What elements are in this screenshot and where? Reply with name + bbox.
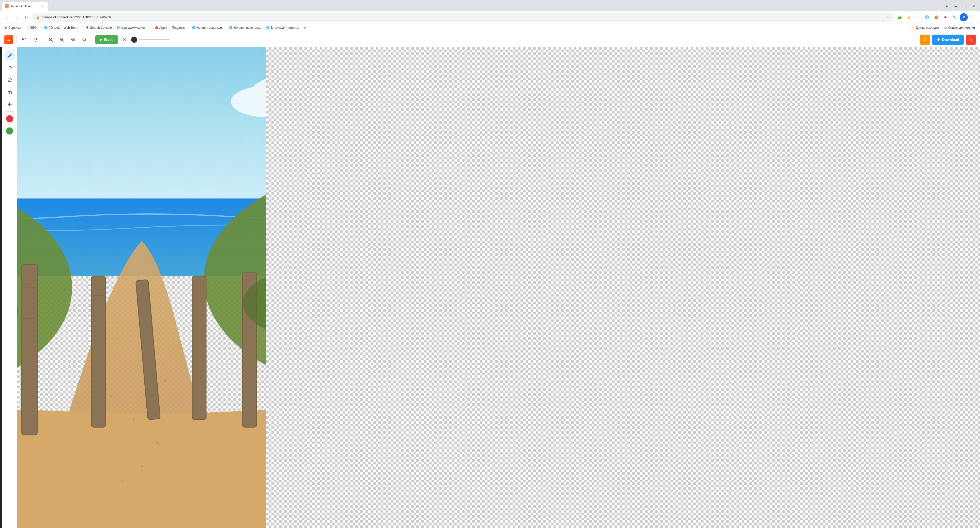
bookmark-search-console[interactable]: 📌 Search Console <box>83 25 114 30</box>
red-color-swatch <box>6 115 13 122</box>
nav-right-buttons: 🧩 ⭐ 🌐 🍪 ⏺ 🔧 P <box>896 13 977 21</box>
close-app-button[interactable]: ✕ <box>966 35 976 45</box>
cancel-erase-button[interactable]: ✕ <box>120 35 129 44</box>
svg-marker-21 <box>8 78 11 81</box>
zoom-100-button[interactable]: 1:1 <box>80 35 89 44</box>
tab-close-button[interactable]: ✕ <box>41 4 45 8</box>
left-edge-bar <box>0 47 2 528</box>
svg-rect-42 <box>192 276 206 420</box>
bookmark-label: Другие закладки <box>916 26 939 30</box>
zoom-out-button[interactable] <box>57 35 67 44</box>
bookmark-seo[interactable]: 📄 SEO <box>24 25 39 30</box>
terms2-icon: 🌐 <box>229 26 232 29</box>
bookmarks-bar: ⊞ Сервисы 📄 SEO 🌐 PO tools – Web Too... … <box>0 23 980 32</box>
extension2-button[interactable]: 🔧 <box>951 13 959 21</box>
bookmark-terms1[interactable]: 🌐 Условия использо... <box>190 25 226 30</box>
sc-icon: 📌 <box>85 26 89 29</box>
record-button[interactable]: ⏺ <box>941 13 950 21</box>
bookmark-po-tools[interactable]: 🌐 PO tools – Web Too... <box>42 25 80 30</box>
terms1-icon: 🌐 <box>192 26 196 29</box>
softor-icon: 🌐 <box>116 26 120 29</box>
bookmark-more[interactable]: » <box>302 25 308 30</box>
polygon-tool-button[interactable] <box>5 75 15 85</box>
download-label: Download <box>942 38 959 42</box>
bookmark-apple[interactable]: 🍎 Apple — Поддерж... <box>153 25 189 30</box>
svg-point-3 <box>973 15 974 16</box>
nav-bar: ← → ↻ 🔒 theinpaint.com/editor/1222317824… <box>0 11 980 23</box>
bookmark-label: Битрикс24(логин п... <box>270 26 300 30</box>
new-tab-button[interactable]: + <box>49 3 57 11</box>
redo-button[interactable] <box>31 35 40 44</box>
brush-slider-track[interactable] <box>139 39 170 40</box>
eraser-tool-button[interactable] <box>5 87 15 97</box>
erase-button[interactable]: ▶ Erase <box>95 35 118 44</box>
undo-button[interactable] <box>19 35 29 44</box>
profile-button[interactable]: P <box>960 13 968 21</box>
bookmark-terms2[interactable]: 🌐 Условия использо... <box>227 25 264 30</box>
app-area: 1:1 ▶ Erase ✕ ? Downlo <box>0 32 980 528</box>
svg-point-20 <box>8 66 11 69</box>
brush-size-control <box>131 37 170 43</box>
apple-icon: 🍎 <box>155 26 158 29</box>
bookmark-label: Условия использо... <box>196 26 224 30</box>
seo-icon: 📄 <box>25 26 29 29</box>
bookmark-separator-2 <box>81 26 82 30</box>
bookmark-label: Список для чтения <box>948 26 975 30</box>
svg-point-5 <box>973 18 974 19</box>
red-color-button[interactable] <box>5 114 15 124</box>
bookmark-bitrix[interactable]: 🌐 Битрикс24(логин п... <box>264 25 302 30</box>
reload-button[interactable]: ↻ <box>22 13 30 21</box>
bookmark-services[interactable]: ⊞ Сервисы <box>3 25 23 30</box>
address-bar[interactable]: 🔒 theinpaint.com/editor/1222317824/LBlVz… <box>32 13 894 22</box>
bookmark-star-button[interactable]: ⭐ <box>905 13 913 21</box>
zoom-in-button[interactable] <box>46 35 56 44</box>
brush-slider-fill <box>139 39 158 40</box>
bookmark-label: Условия использо... <box>234 26 261 30</box>
lasso-tool-button[interactable] <box>5 62 15 73</box>
download-button[interactable]: Download <box>932 35 964 45</box>
svg-line-18 <box>85 40 86 41</box>
cancel-icon: ✕ <box>123 37 127 43</box>
main-content <box>0 47 980 528</box>
move-tool-button[interactable] <box>5 99 15 109</box>
svg-point-4 <box>973 17 974 18</box>
svg-point-1 <box>918 17 918 18</box>
minimize-button[interactable]: ─ <box>951 2 960 10</box>
bookmark-label: https://www.softor... <box>121 26 147 30</box>
translate-button[interactable]: 🌐 <box>923 13 931 21</box>
extensions-button[interactable]: 🧩 <box>896 13 904 21</box>
bookmark-label: PO tools – Web Too... <box>49 26 78 30</box>
cookie-button[interactable]: 🍪 <box>932 13 940 21</box>
bookmark-other[interactable]: 📁 Другие закладки <box>909 25 941 30</box>
reading-icon: 📖 <box>943 26 947 29</box>
bookmark-label: Search Console <box>90 26 111 30</box>
active-tab[interactable]: 🎨 Inpaint Online ✕ <box>2 2 48 11</box>
maximize-button[interactable]: ⬜ <box>961 2 969 10</box>
chrome-menu-button[interactable] <box>914 13 922 21</box>
zoom-fit-button[interactable] <box>68 35 78 44</box>
bookmark-reading-list[interactable]: 📖 Список для чтения <box>942 25 977 30</box>
folder-icon: 📁 <box>911 26 915 29</box>
brush-tool-button[interactable] <box>5 50 15 61</box>
help-button[interactable]: ? <box>920 35 930 45</box>
svg-point-0 <box>918 15 918 16</box>
svg-point-54 <box>133 418 135 421</box>
bookmark-label: Сервисы <box>8 26 21 30</box>
po-icon: 🌐 <box>44 26 48 29</box>
svg-line-12 <box>63 40 64 41</box>
forward-button[interactable]: → <box>13 13 21 21</box>
bookmark-label: SEO <box>30 26 37 30</box>
menu-dots-button[interactable] <box>969 13 977 21</box>
star-icon[interactable]: ☆ <box>885 15 890 20</box>
back-button[interactable]: ← <box>3 13 11 21</box>
window-close-button[interactable]: ✕ <box>970 2 978 10</box>
green-color-button[interactable] <box>5 126 15 136</box>
green-color-swatch <box>6 128 13 134</box>
bookmark-softor[interactable]: 🌐 https://www.softor... <box>115 25 150 30</box>
close-app-icon: ✕ <box>969 37 973 43</box>
canvas-area[interactable] <box>17 47 980 528</box>
svg-rect-39 <box>22 265 37 435</box>
bitrix-icon: 🌐 <box>266 26 270 29</box>
svg-text:1:1: 1:1 <box>84 39 85 40</box>
browser-frame: 🎨 Inpaint Online ✕ + ⊟ ─ ⬜ ✕ ← → ↻ 🔒 the… <box>0 0 980 528</box>
